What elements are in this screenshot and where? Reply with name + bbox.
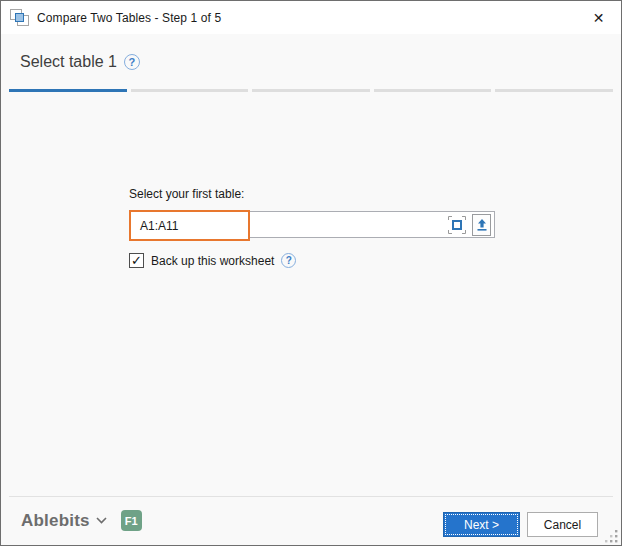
tab-step-3[interactable] [252, 89, 370, 92]
select-range-icon[interactable] [447, 215, 467, 235]
ablebits-menu[interactable]: Ablebits F1 [21, 510, 142, 531]
backup-help-icon[interactable]: ? [281, 253, 296, 268]
tab-step-5[interactable] [495, 89, 613, 92]
close-icon: ✕ [593, 11, 605, 25]
help-icon[interactable]: ? [124, 54, 140, 70]
window-title: Compare Two Tables - Step 1 of 5 [37, 11, 221, 25]
backup-checkbox[interactable]: ✓ [129, 253, 144, 268]
range-input[interactable]: A1:A11 [129, 211, 495, 238]
backup-checkbox-label: Back up this worksheet [151, 254, 274, 268]
cancel-button[interactable]: Cancel [527, 512, 598, 537]
resize-grip[interactable] [605, 529, 618, 542]
close-button[interactable]: ✕ [576, 1, 621, 34]
selected-range-highlight: A1:A11 [129, 210, 250, 241]
tab-step-1[interactable] [9, 89, 127, 92]
page-title: Select table 1 [20, 53, 117, 71]
next-button[interactable]: Next > [443, 512, 520, 537]
range-value: A1:A11 [131, 219, 178, 233]
tab-step-4[interactable] [374, 89, 492, 92]
compare-tables-icon [10, 9, 29, 26]
compare-two-tables-dialog: Compare Two Tables - Step 1 of 5 ✕ Selec… [0, 0, 622, 546]
collapse-up-arrow-icon [476, 218, 488, 232]
step-tabs [9, 89, 613, 92]
footer-divider [9, 496, 613, 497]
brand-label: Ablebits [21, 511, 90, 531]
title-bar[interactable]: Compare Two Tables - Step 1 of 5 ✕ [1, 1, 621, 34]
collapse-dialog-button[interactable] [472, 214, 491, 236]
first-table-label: Select your first table: [129, 187, 244, 201]
chevron-down-icon [96, 517, 107, 524]
tab-step-2[interactable] [131, 89, 249, 92]
f1-help-badge[interactable]: F1 [121, 510, 142, 531]
checkmark-icon: ✓ [131, 254, 142, 267]
